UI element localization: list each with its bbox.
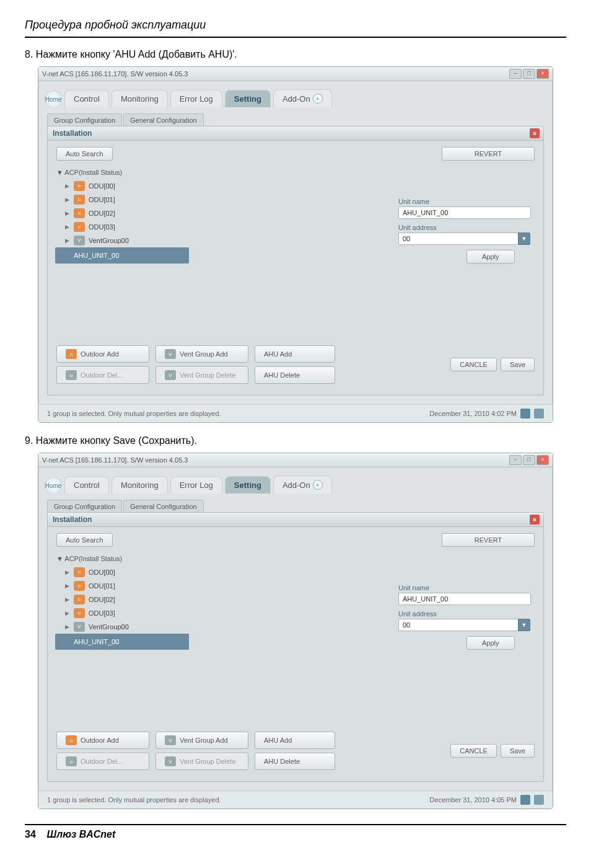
outdoor-add-button[interactable]: oOutdoor Add xyxy=(56,732,149,749)
tree-item-label: ODU[03] xyxy=(89,606,115,620)
page-footer: 34 Шлюз BACnet xyxy=(25,824,566,840)
ahu-add-button[interactable]: AHU Add xyxy=(255,345,335,363)
tree-item-odu01[interactable]: ▶oODU[01] xyxy=(56,193,261,206)
tree-item-label: ODU[03] xyxy=(89,220,115,234)
status-time: December 31, 2010 4:05 PM xyxy=(429,796,517,804)
odu-icon: o xyxy=(66,756,77,766)
auto-search-button[interactable]: Auto Search xyxy=(56,533,113,547)
installation-panel: Installation × Auto Search ▼ ACP(Install… xyxy=(47,126,544,396)
tree-item-odu00[interactable]: ▶oODU[00] xyxy=(56,565,261,579)
unit-name-label: Unit name xyxy=(398,584,535,591)
minimize-button[interactable]: – xyxy=(509,69,522,79)
tree-item-label: ODU[00] xyxy=(89,179,115,193)
footer-title: Шлюз BACnet xyxy=(47,829,116,839)
tray-icon-1 xyxy=(520,409,530,418)
dropdown-icon[interactable]: ▼ xyxy=(518,232,530,245)
tree-item-odu02[interactable]: ▶oODU[02] xyxy=(56,593,261,606)
panel-close-button[interactable]: × xyxy=(530,515,540,525)
maximize-button[interactable]: □ xyxy=(523,455,535,465)
outdoor-add-button[interactable]: oOutdoor Add xyxy=(56,345,149,363)
statusbar: 1 group is selected. Only mutual propert… xyxy=(38,404,553,422)
vent-group-delete-button[interactable]: VVent Group Delete xyxy=(155,366,248,384)
odu-icon: o xyxy=(74,222,85,232)
button-label: Vent Group Delete xyxy=(180,758,236,765)
dropdown-icon[interactable]: ▼ xyxy=(518,619,530,631)
panel-close-button[interactable]: × xyxy=(530,128,540,138)
apply-button[interactable]: Apply xyxy=(466,250,515,264)
ahu-delete-button[interactable]: AHU Delete xyxy=(255,753,335,770)
outdoor-del-button[interactable]: oOutdoor Del... xyxy=(56,366,149,384)
subtab-general-config[interactable]: General Configuration xyxy=(123,500,204,513)
apply-button[interactable]: Apply xyxy=(466,636,515,650)
tree-item-odu03[interactable]: ▶oODU[03] xyxy=(56,220,261,234)
tab-monitoring[interactable]: Monitoring xyxy=(112,90,168,107)
unit-address-input[interactable] xyxy=(398,619,518,631)
tab-home[interactable]: Home xyxy=(45,91,62,107)
tab-control[interactable]: Control xyxy=(64,90,109,107)
subtab-group-config[interactable]: Group Configuration xyxy=(47,500,122,513)
button-label: Outdoor Del... xyxy=(81,371,123,379)
save-button[interactable]: Save xyxy=(501,358,535,371)
panel-title: Installation × xyxy=(48,513,543,527)
cancel-button[interactable]: CANCLE xyxy=(450,358,497,371)
subtab-general-config[interactable]: General Configuration xyxy=(123,113,204,126)
plus-icon: + xyxy=(313,480,323,490)
tree-item-ventgroup[interactable]: ▶VVentGroup00 xyxy=(56,234,261,247)
unit-address-input[interactable] xyxy=(398,232,518,245)
main-tabbar: Home Control Monitoring Error Log Settin… xyxy=(38,467,553,494)
page-number: 34 xyxy=(25,829,36,839)
panel-title-text: Installation xyxy=(53,515,92,524)
auto-search-button[interactable]: Auto Search xyxy=(56,147,113,161)
statusbar: 1 group is selected. Only mutual propert… xyxy=(38,790,553,808)
subtab-group-config[interactable]: Group Configuration xyxy=(47,113,122,126)
tab-addon[interactable]: Add-On + xyxy=(273,476,332,494)
tree-root[interactable]: ▼ ACP(Install Status) xyxy=(56,166,261,179)
window-title: V-net ACS [165.186.11.170]. S/W version … xyxy=(42,456,188,464)
odu-icon: o xyxy=(74,181,85,191)
revert-button[interactable]: REVERT xyxy=(442,147,535,161)
tree-item-odu02[interactable]: ▶oODU[02] xyxy=(56,206,261,220)
vent-group-delete-button[interactable]: VVent Group Delete xyxy=(155,753,248,770)
device-tree: ▼ ACP(Install Status) ▶oODU[00] ▶oODU[01… xyxy=(56,166,261,264)
page-header: Процедура пробной эксплуатации xyxy=(25,19,566,38)
vent-group-add-button[interactable]: VVent Group Add xyxy=(155,345,248,363)
unit-name-input[interactable] xyxy=(398,593,531,605)
outdoor-del-button[interactable]: oOutdoor Del... xyxy=(56,753,149,770)
tab-setting[interactable]: Setting xyxy=(225,90,271,107)
tree-item-selected[interactable]: AHU_UNIT_00 xyxy=(55,247,189,264)
tree-item-ventgroup[interactable]: ▶VVentGroup00 xyxy=(56,620,261,634)
ahu-delete-button[interactable]: AHU Delete xyxy=(255,366,335,384)
minimize-button[interactable]: – xyxy=(509,455,522,465)
tab-home[interactable]: Home xyxy=(45,477,62,494)
app-window-1: V-net ACS [165.186.11.170]. S/W version … xyxy=(38,66,553,423)
odu-icon: o xyxy=(74,195,85,205)
unit-name-input[interactable] xyxy=(398,206,531,219)
cancel-button[interactable]: CANCLE xyxy=(450,744,497,758)
odu-icon: o xyxy=(66,370,77,380)
tree-root[interactable]: ▼ ACP(Install Status) xyxy=(56,552,261,565)
plus-icon: + xyxy=(313,94,323,104)
tree-item-selected[interactable]: AHU_UNIT_00 xyxy=(55,634,189,650)
tab-setting[interactable]: Setting xyxy=(225,476,271,494)
tree-item-odu03[interactable]: ▶oODU[03] xyxy=(56,606,261,620)
tab-monitoring[interactable]: Monitoring xyxy=(112,476,168,494)
maximize-button[interactable]: □ xyxy=(523,69,535,79)
save-button[interactable]: Save xyxy=(501,744,535,758)
status-message: 1 group is selected. Only mutual propert… xyxy=(47,410,221,417)
tab-error-log[interactable]: Error Log xyxy=(170,476,222,494)
vent-group-add-button[interactable]: VVent Group Add xyxy=(155,732,248,749)
close-button[interactable]: × xyxy=(536,455,549,465)
button-label: Outdoor Add xyxy=(81,350,119,358)
close-button[interactable]: × xyxy=(536,69,549,79)
vent-icon: V xyxy=(165,349,176,359)
ahu-add-button[interactable]: AHU Add xyxy=(255,732,335,749)
tab-addon-label: Add-On xyxy=(282,480,310,490)
revert-button[interactable]: REVERT xyxy=(442,533,535,547)
tab-error-log[interactable]: Error Log xyxy=(170,90,222,107)
tab-control[interactable]: Control xyxy=(64,476,109,494)
button-label: Vent Group Delete xyxy=(180,371,236,379)
tree-item-odu00[interactable]: ▶oODU[00] xyxy=(56,179,261,193)
unit-address-label: Unit address xyxy=(398,610,535,618)
tree-item-odu01[interactable]: ▶oODU[01] xyxy=(56,579,261,593)
tab-addon[interactable]: Add-On + xyxy=(273,89,332,107)
